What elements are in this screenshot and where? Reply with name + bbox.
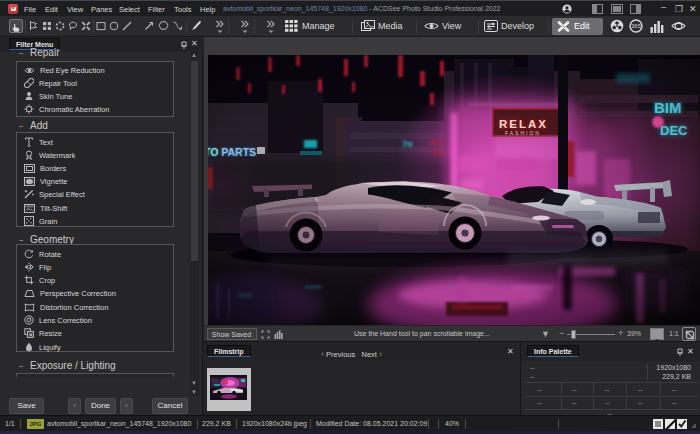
svg-text:365: 365 bbox=[631, 23, 642, 29]
